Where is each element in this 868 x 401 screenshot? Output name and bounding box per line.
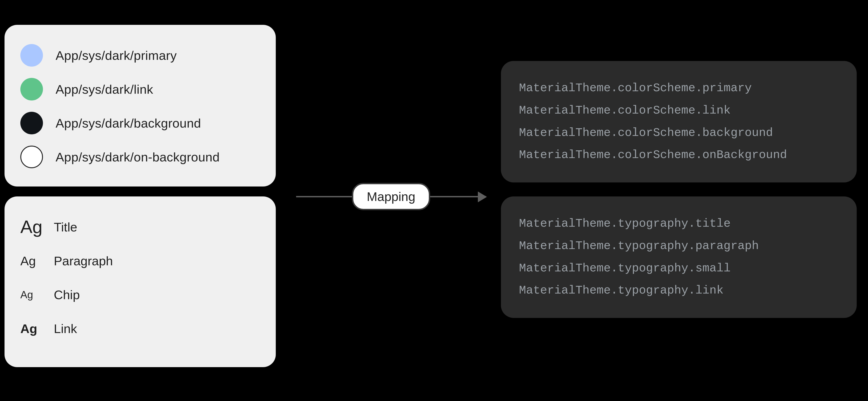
swatch-on-background: [20, 146, 43, 168]
code-card-typography: MaterialTheme.typography.title MaterialT…: [501, 196, 857, 318]
typo-row-chip: Ag Chip: [20, 278, 260, 311]
diagram-canvas: App/sys/dark/primary App/sys/dark/link A…: [0, 0, 868, 401]
typo-label-chip: Chip: [54, 288, 80, 302]
swatch-primary: [20, 44, 43, 67]
design-token-colors-card: App/sys/dark/primary App/sys/dark/link A…: [4, 25, 276, 187]
typo-label-link: Link: [54, 321, 77, 336]
code-card-color-scheme: MaterialTheme.colorScheme.primary Materi…: [501, 61, 857, 182]
code-line: MaterialTheme.colorScheme.background: [519, 122, 839, 144]
color-label-link: App/sys/dark/link: [56, 82, 153, 97]
swatch-link: [20, 78, 43, 100]
code-line: MaterialTheme.colorScheme.primary: [519, 77, 839, 100]
code-line: MaterialTheme.typography.small: [519, 257, 839, 280]
swatch-background: [20, 112, 43, 134]
code-line: MaterialTheme.colorScheme.link: [519, 100, 839, 122]
color-label-on-background: App/sys/dark/on-background: [56, 150, 220, 164]
color-row-link: App/sys/dark/link: [20, 72, 260, 106]
mapping-arrow-group: Mapping: [296, 180, 486, 212]
typo-sample-title: Ag: [20, 216, 45, 237]
color-label-background: App/sys/dark/background: [56, 116, 201, 131]
typo-sample-paragraph: Ag: [20, 254, 45, 268]
typo-label-paragraph: Paragraph: [54, 254, 113, 268]
code-line: MaterialTheme.colorScheme.onBackground: [519, 144, 839, 166]
mapping-chip: Mapping: [352, 183, 430, 210]
typo-sample-link: Ag: [20, 321, 45, 336]
typo-row-link: Ag Link: [20, 311, 260, 345]
code-line: MaterialTheme.typography.paragraph: [519, 235, 839, 257]
typo-sample-chip: Ag: [20, 289, 45, 301]
color-row-background: App/sys/dark/background: [20, 106, 260, 140]
color-row-primary: App/sys/dark/primary: [20, 38, 260, 72]
typo-row-paragraph: Ag Paragraph: [20, 244, 260, 278]
code-line: MaterialTheme.typography.link: [519, 279, 839, 302]
color-label-primary: App/sys/dark/primary: [56, 48, 177, 63]
arrow-head-icon: [478, 192, 487, 202]
color-row-on-background: App/sys/dark/on-background: [20, 140, 260, 174]
typo-label-title: Title: [54, 220, 77, 234]
code-line: MaterialTheme.typography.title: [519, 213, 839, 235]
design-token-typography-card: Ag Title Ag Paragraph Ag Chip Ag Link: [4, 196, 276, 367]
typo-row-title: Ag Title: [20, 210, 260, 244]
